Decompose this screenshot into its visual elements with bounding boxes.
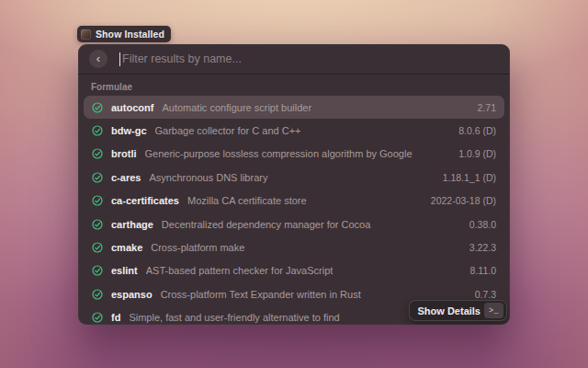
installed-check-icon — [92, 195, 103, 206]
formula-description: Cross-platform Text Expander written in … — [161, 289, 466, 300]
installed-check-icon — [92, 172, 103, 183]
formula-name: brotli — [111, 148, 137, 159]
formula-name: ca-certificates — [111, 195, 179, 206]
formula-name: eslint — [111, 265, 138, 276]
formula-version: 2.71 — [478, 102, 496, 113]
chevron-left-icon: ‹ — [96, 52, 100, 64]
formula-description: AST-based pattern checker for JavaScript — [146, 265, 461, 276]
raycast-window: ‹ Filter results by name... Formulae aut… — [78, 44, 510, 325]
back-button[interactable]: ‹ — [89, 50, 107, 68]
formula-version: 1.18.1_1 (D) — [443, 172, 496, 183]
formula-version: 3.22.3 — [469, 242, 496, 253]
terminal-prompt-key-icon: >_ — [484, 303, 503, 318]
installed-check-icon — [92, 242, 103, 253]
formula-name: fd — [111, 312, 120, 323]
list-item-c-ares[interactable]: c-ares Asynchronous DNS library 1.18.1_1… — [84, 166, 504, 189]
list-item-ca-certificates[interactable]: ca-certificates Mozilla CA certificate s… — [84, 190, 504, 213]
list-item-carthage[interactable]: carthage Decentralized dependency manage… — [84, 213, 504, 236]
formula-name: bdw-gc — [111, 125, 147, 136]
list-item-eslint[interactable]: eslint AST-based pattern checker for Jav… — [84, 259, 504, 282]
section-header-formulae: Formulae — [91, 82, 497, 92]
list-item-autoconf[interactable]: autoconf Automatic configure script buil… — [84, 96, 504, 119]
formula-description: Asynchronous DNS library — [149, 172, 433, 183]
text-cursor — [119, 52, 120, 66]
installed-check-icon — [92, 312, 103, 323]
formula-name: espanso — [111, 289, 153, 300]
formula-description: Mozilla CA certificate store — [187, 195, 422, 206]
homebrew-icon — [81, 29, 91, 40]
formula-description: Automatic configure script builder — [162, 102, 468, 113]
formula-description: Decentralized dependency manager for Coc… — [162, 219, 460, 230]
search-bar: ‹ Filter results by name... — [78, 44, 510, 75]
formula-description: Generic-purpose lossless compression alg… — [145, 148, 450, 159]
formula-version: 0.7.3 — [475, 289, 496, 300]
show-installed-button[interactable]: Show Installed — [77, 26, 171, 42]
installed-check-icon — [92, 219, 103, 230]
list-item-brotli[interactable]: brotli Generic-purpose lossless compress… — [84, 143, 504, 166]
formula-name: c-ares — [111, 172, 141, 183]
show-details-button[interactable]: Show Details >_ — [409, 300, 507, 321]
list-item-cmake[interactable]: cmake Cross-platform make 3.22.3 — [84, 236, 504, 259]
formula-version: 0.38.0 — [469, 219, 496, 230]
formulae-list: autoconf Automatic configure script buil… — [78, 96, 510, 325]
formula-description: Cross-platform make — [151, 242, 460, 253]
installed-check-icon — [92, 289, 103, 300]
formula-version: 2022-03-18 (D) — [431, 195, 496, 206]
installed-check-icon — [92, 148, 103, 159]
list-item-bdw-gc[interactable]: bdw-gc Garbage collector for C and C++ 8… — [84, 119, 504, 142]
formula-version: 8.0.6 (D) — [458, 125, 496, 136]
search-input[interactable]: Filter results by name... — [122, 52, 242, 65]
installed-check-icon — [92, 102, 103, 113]
show-installed-label: Show Installed — [96, 29, 164, 40]
formula-name: autoconf — [111, 102, 153, 113]
formula-name: carthage — [111, 219, 153, 230]
formula-version: 8.11.0 — [470, 265, 496, 276]
show-details-label: Show Details — [418, 305, 481, 316]
formula-name: cmake — [111, 242, 142, 253]
installed-check-icon — [92, 265, 103, 276]
installed-check-icon — [92, 125, 103, 136]
formula-version: 1.0.9 (D) — [458, 148, 496, 159]
formula-description: Garbage collector for C and C++ — [155, 125, 450, 136]
